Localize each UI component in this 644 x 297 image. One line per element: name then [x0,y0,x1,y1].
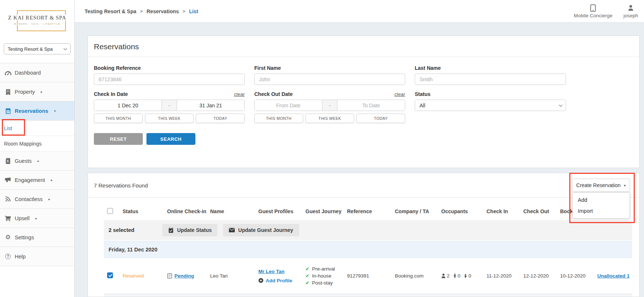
menu-item-add[interactable]: Add [573,194,630,205]
column-header-online-check-in: Online Check-in [167,208,210,214]
breadcrumb-item-property[interactable]: Testing Resort & Spa [85,8,137,14]
envelope-icon [229,228,235,232]
topbar: Testing Resort & Spa > Reservations > Li… [75,0,644,23]
reservations-search-panel: Reservations Booking Reference Check In … [88,36,640,168]
adult-icon [441,273,446,278]
check-in-date-label: Check In Date [94,91,128,97]
breadcrumb-separator: > [183,8,185,14]
search-form-column-1: Booking Reference Check In Date clear - … [94,65,245,145]
reservations-submenu: List Room Mappings [0,121,74,151]
sidebar-item-help[interactable]: ? Help [0,247,74,266]
journey-step: In-house [312,273,332,279]
child-icon [453,273,457,278]
mobile-concierge-label: Mobile Concierge [574,13,612,18]
sidebar-item-engagement[interactable]: Engagement ▸ [0,171,74,190]
user-menu[interactable]: joseph [623,4,638,18]
check-in-this-week-button[interactable]: THIS WEEK [145,114,194,123]
update-guest-journey-label: Update Guest Journey [238,227,293,233]
check-in-date-range: - [94,100,245,111]
guest-profile-link[interactable]: Mr Leo Tan [258,269,284,274]
check-out-date-label: Check Out Date [254,91,293,97]
sidebar-nav: Dashboard Property ▸ Reservations ▾ List [0,63,74,266]
app-root: Z KAI RESORT & SPA MODERN · CHIC · LIFES… [0,0,644,297]
check-icon: ✔ [305,273,309,279]
booking-reference-label: Booking Reference [94,65,245,71]
check-out-clear-link[interactable]: clear [394,92,405,97]
check-out-this-week-button[interactable]: THIS WEEK [305,114,354,123]
adult-count: 2 [447,273,450,279]
logo-title: Z KAI RESORT & SPA [0,15,74,21]
sidebar-item-contactless[interactable]: Contactless ▸ [0,190,74,209]
property-selector[interactable]: Testing Resort & Spa [4,43,71,54]
sidebar-item-guests[interactable]: Guests ▸ [0,151,74,171]
occupants-cell: 2 0 0 [441,273,486,279]
sidebar-item-upsell[interactable]: Upsell ▸ [0,209,74,228]
column-header-status: Status [123,208,167,214]
last-name-input[interactable] [415,74,566,85]
logo-tagline: MODERN · CHIC · LIFESTYLE [0,23,74,25]
create-reservation-label: Create Reservation [576,182,621,188]
check-in-this-month-button[interactable]: THIS MONTH [94,114,143,123]
range-separator: - [162,100,177,111]
check-in-date: 11-12-2020 [486,273,523,279]
mobile-concierge-button[interactable]: Mobile Concierge [574,4,612,18]
sidebar-item-room-mappings[interactable]: Room Mappings [0,136,74,151]
sidebar-item-label: Upsell [15,215,29,221]
sidebar-item-property[interactable]: Property ▸ [0,82,74,101]
select-all-checkbox[interactable] [107,208,113,214]
search-form: Booking Reference Check In Date clear - … [88,57,639,145]
megaphone-icon [4,177,11,183]
company-ta: Booking.com [395,273,441,279]
first-name-input[interactable] [254,74,405,85]
sidebar-item-reservations[interactable]: Reservations ▾ [0,101,74,121]
status-select[interactable]: All [415,100,566,111]
column-header-company-ta: Company / TA [395,208,441,214]
contacts-icon [4,158,11,164]
sidebar-item-list[interactable]: List [0,121,74,136]
update-guest-journey-button[interactable]: Update Guest Journey [223,224,299,236]
check-out-this-month-button[interactable]: THIS MONTH [254,114,303,123]
row-checkbox[interactable] [107,272,113,278]
check-in-to-input[interactable] [177,100,244,111]
calendar-check-icon [168,227,174,233]
reservations-table: Status Online Check-in Name Guest Profil… [104,198,632,297]
sidebar-item-dashboard[interactable]: Dashboard [0,63,74,82]
check-out-today-button[interactable]: TODAY [356,114,405,123]
sidebar-item-settings[interactable]: ⚙ Settings [0,228,74,247]
property-select[interactable]: Testing Resort & Spa [4,43,71,54]
create-reservation-button[interactable]: Create Reservation ▾ [572,179,630,192]
update-status-label: Update Status [177,227,212,233]
brand-logo: Z KAI RESORT & SPA MODERN · CHIC · LIFES… [0,0,74,35]
rss-icon [4,196,11,202]
breadcrumb-item-reservations[interactable]: Reservations [146,8,179,14]
status-label: Status [415,91,431,97]
building-icon [4,89,11,95]
update-status-button[interactable]: Update Status [162,224,217,236]
breadcrumb-item-list[interactable]: List [189,8,198,14]
last-name-label: Last Name [415,65,566,71]
breadcrumb: Testing Resort & Spa > Reservations > Li… [85,8,574,14]
search-form-column-2: First Name Check Out Date clear - THIS M… [254,65,405,145]
search-button[interactable]: SEARCH [146,133,195,145]
booking-reference-input[interactable] [94,74,245,85]
add-profile-link[interactable]: Add Profile [258,278,292,283]
check-in-from-input[interactable] [94,100,162,111]
online-check-in-link[interactable]: Pending [174,273,194,279]
allocation-link[interactable]: Unallocated 1 [597,273,630,279]
column-header-name: Name [210,208,258,214]
menu-item-import[interactable]: Import [573,205,630,217]
column-header-check-out: Check Out [523,208,560,214]
check-out-from-input[interactable] [255,100,322,111]
username-label: joseph [623,13,638,18]
sidebar-item-label: Settings [15,235,34,240]
results-header: 7 Reservations Found Create Reservation … [88,173,639,198]
column-header-guest-journey: Guest Journey [305,208,347,214]
reset-button[interactable]: RESET [94,133,143,145]
check-out-to-input[interactable] [337,100,405,111]
reservations-results-panel: 7 Reservations Found Create Reservation … [88,173,640,297]
sidebar-item-label: Property [15,89,35,95]
check-icon: ✔ [305,266,309,272]
check-in-clear-link[interactable]: clear [234,92,245,97]
check-in-today-button[interactable]: TODAY [196,114,245,123]
sidebar-item-label: Help [15,254,26,260]
